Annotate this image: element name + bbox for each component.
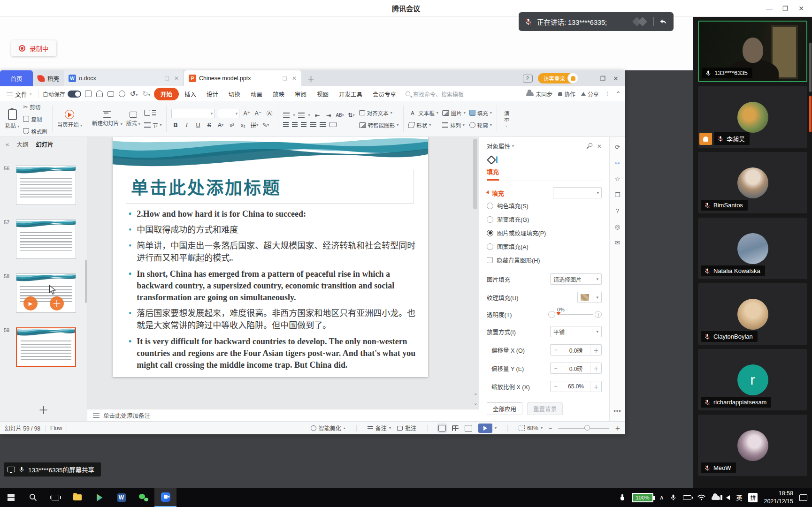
paste-button[interactable]: 粘贴 ▾ (5, 109, 19, 129)
option-gradient-fill[interactable]: 渐变填充(G) (487, 213, 602, 226)
font-name-combo[interactable]: ▾ (171, 109, 214, 118)
convert-smartart-button[interactable]: 转智能图形▾ (359, 121, 399, 130)
section-button[interactable]: 节▾ (144, 121, 162, 130)
fill-preview-combo[interactable]: ▾ (553, 187, 602, 198)
collapse-ribbon-icon[interactable]: ⌃ (616, 91, 620, 97)
stepper-minus[interactable]: − (551, 383, 561, 390)
start-button[interactable] (0, 488, 22, 507)
play-from-current-button[interactable]: 当页开始 ▾ (57, 110, 82, 128)
add-slide-button[interactable]: ＋ (0, 401, 87, 416)
new-slide-button[interactable]: 新建幻灯片 ▾ (92, 111, 123, 127)
slider-marker-icon[interactable] (556, 312, 561, 315)
fill-tab[interactable]: 填充 (487, 155, 499, 181)
zoom-slider[interactable] (558, 428, 609, 429)
participant-tile[interactable]: MeoW (698, 415, 807, 476)
menu-insert[interactable]: 插入 (180, 88, 201, 100)
participant-tile[interactable]: 李昶昊 (698, 86, 807, 148)
copy-button[interactable]: 复制 (23, 114, 47, 124)
cut-button[interactable]: ✂剪切 (23, 102, 47, 112)
increase-indent-icon[interactable]: ⇥ (324, 111, 332, 119)
maximize-button[interactable]: ❐ (777, 0, 793, 17)
tab-home[interactable]: 首页 (0, 70, 33, 86)
save-icon[interactable] (85, 91, 92, 97)
menu-design[interactable]: 设计 (202, 88, 223, 100)
format-painter-button[interactable]: 格式刷 (23, 127, 47, 136)
more-menu-icon[interactable]: ⋮ (605, 91, 610, 97)
collapse-panel-icon[interactable]: « (6, 141, 9, 148)
zoom-slider-knob[interactable] (584, 425, 590, 431)
transparency-plus-button[interactable]: ＋ (595, 311, 602, 318)
picture-button[interactable]: 图片▾ (442, 108, 466, 118)
layout-button[interactable]: 版式 ▾ (126, 112, 140, 127)
sync-status[interactable]: 未同步 (526, 90, 552, 98)
guest-login-button[interactable]: 访客登录 (538, 73, 577, 83)
tencent-meeting-button[interactable] (154, 488, 176, 507)
pin-icon[interactable] (588, 142, 593, 147)
align-text-button[interactable]: 对齐文本▾ (359, 108, 399, 118)
tab-docer[interactable]: 稻壳 (33, 70, 64, 86)
hidden-icons-chevron[interactable]: ∧ (659, 494, 664, 501)
tab-close-icon[interactable]: ✕ (292, 75, 297, 82)
slide-59[interactable]: 单击此处添加标题 •2.How and how hard it is for C… (113, 137, 428, 377)
reading-view-icon[interactable] (465, 425, 472, 431)
print-icon[interactable] (107, 91, 114, 97)
sidebar-scrollbar[interactable] (809, 43, 812, 92)
wps-restore-button[interactable]: ❐ (596, 71, 609, 85)
placement-combo[interactable]: 平铺▾ (550, 326, 602, 337)
clear-format-icon[interactable]: Ⓐ (265, 109, 273, 118)
textbox-button[interactable]: A文本框▾ (408, 108, 438, 118)
more-panes-icon[interactable]: ••• (613, 408, 621, 415)
previous-slide-icon[interactable]: ⌃ (474, 393, 478, 399)
slide-canvas[interactable]: 单击此处添加标题 •2.How and how hard it is for C… (87, 137, 479, 409)
strikethrough-button[interactable]: S (205, 121, 213, 129)
participant-tile[interactable]: r richardappiatsesam (698, 349, 807, 410)
autosave-toggle-group[interactable]: 自动保存 (43, 90, 81, 98)
superscript-button[interactable]: x² (228, 121, 236, 129)
word-button[interactable]: W (110, 488, 132, 507)
menu-review[interactable]: 审阅 (290, 88, 311, 100)
fit-slide-button[interactable]: 68%▾ (519, 425, 543, 431)
ime-pinyin-icon[interactable]: 拼 (748, 493, 758, 502)
media-player-button[interactable] (88, 488, 110, 507)
stepper-plus[interactable]: ＋ (591, 364, 601, 372)
redo-button[interactable]: ↻▾ (142, 90, 150, 98)
slide-body-text[interactable]: •2.How and how hard it is for China to s… (129, 208, 418, 375)
justify-icon[interactable] (310, 122, 316, 127)
print-preview-icon[interactable] (119, 91, 125, 97)
tab-split-icon[interactable]: ❏ (283, 76, 287, 82)
wps-minimize-button[interactable]: — (583, 71, 596, 85)
menu-transition[interactable]: 切换 (224, 88, 245, 100)
tab-close-icon[interactable]: ✕ (174, 75, 179, 82)
new-tab-button[interactable]: ＋ (301, 70, 321, 86)
increase-font-button[interactable]: A⁺ (243, 109, 251, 118)
bullet-list-icon[interactable] (283, 113, 290, 118)
transparency-minus-button[interactable]: − (548, 311, 555, 318)
fill-section-header[interactable]: 填充 ▾ (487, 187, 602, 198)
stepper-minus[interactable]: − (551, 365, 561, 371)
comments-button[interactable]: 批注 (397, 424, 416, 432)
notes-button[interactable]: 备注▾ (368, 424, 391, 432)
reuse-button[interactable] (144, 108, 162, 118)
distribute-icon[interactable] (320, 122, 326, 127)
stepper-plus[interactable]: ＋ (591, 383, 601, 391)
transparency-slider[interactable]: 0% (557, 314, 593, 315)
task-view-button[interactable] (44, 488, 66, 507)
text-direction-icon[interactable]: AB▾ (336, 111, 344, 119)
line-spacing-icon[interactable]: ⇅▾ (347, 111, 355, 119)
notification-center-icon[interactable] (799, 494, 807, 501)
menu-slideshow[interactable]: 放映 (268, 88, 289, 100)
canvas-scrollbar[interactable] (473, 139, 477, 209)
tab-document-pptx-active[interactable]: P Chinese model.pptx ❏ ✕ (184, 70, 301, 86)
close-button[interactable]: ✕ (793, 0, 809, 17)
tab-split-icon[interactable]: ❏ (165, 76, 169, 82)
option-picture-fill[interactable]: 图片或纹理填充(P) (487, 227, 602, 239)
outline-button[interactable]: 轮廓▾ (469, 121, 492, 130)
chevron-down-icon[interactable]: ▾ (512, 144, 514, 148)
option-hide-background[interactable]: 隐藏背景图形(H) (487, 254, 602, 266)
numbered-list-icon[interactable] (298, 113, 305, 118)
reply-arrow-icon[interactable] (659, 17, 668, 26)
italic-button[interactable]: I (183, 121, 191, 129)
window-count-badge[interactable]: 2 (523, 75, 532, 83)
battery-indicator[interactable]: 100% (632, 493, 653, 502)
tray-mic-icon[interactable] (670, 494, 677, 501)
